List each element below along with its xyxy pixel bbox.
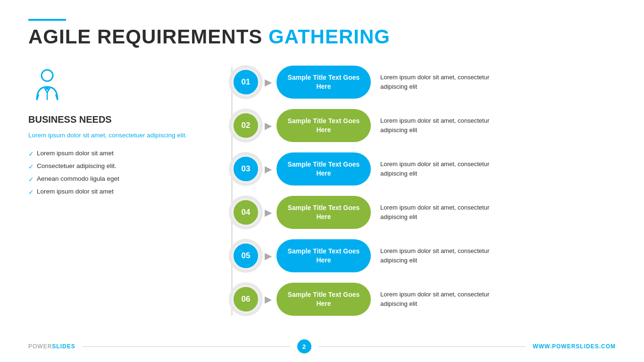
checklist: ✓ Lorem ipsum dolor sit amet ✓ Consectet… xyxy=(28,150,189,196)
step-arrow-icon: ▶ xyxy=(265,250,272,261)
slide: AGILE REQUIREMENTS GATHERING xyxy=(0,0,644,362)
step-number-03: 03 xyxy=(232,155,260,183)
step-desc-04: Lorem ipsum dolor sit amet, consectetura… xyxy=(380,203,489,221)
step-bubble-06: Sample Title Text Goes Here xyxy=(276,283,371,316)
step-bubble-text-05: Sample Title Text Goes Here xyxy=(286,247,361,264)
step-arrow-icon: ▶ xyxy=(265,294,272,305)
step-bubble-text-02: Sample Title Text Goes Here xyxy=(286,117,361,134)
step-bubble-01: Sample Title Text Goes Here xyxy=(276,66,371,99)
step-number-05: 05 xyxy=(232,242,260,270)
step-bubble-05: Sample Title Text Goes Here xyxy=(276,239,371,272)
step-number-01: 01 xyxy=(232,68,260,96)
step-arrow-icon: ▶ xyxy=(265,120,272,131)
footer-page-number: 2 xyxy=(297,339,311,354)
right-panel: 01▶Sample Title Text Goes HereLorem ipsu… xyxy=(189,58,616,325)
header-accent-line xyxy=(28,19,66,21)
list-item-text: Consectetuer adipiscing elit. xyxy=(37,162,117,169)
check-icon: ✓ xyxy=(28,163,34,170)
steps-container: 01▶Sample Title Text Goes HereLorem ipsu… xyxy=(203,61,616,322)
svg-point-0 xyxy=(42,70,53,81)
step-bubble-02: Sample Title Text Goes Here xyxy=(276,109,371,142)
check-icon: ✓ xyxy=(28,176,34,183)
check-icon: ✓ xyxy=(28,188,34,196)
step-row: 05▶Sample Title Text Goes HereLorem ipsu… xyxy=(203,235,616,277)
list-item: ✓ Consectetuer adipiscing elit. xyxy=(28,162,189,170)
step-desc-02: Lorem ipsum dolor sit amet, consectetura… xyxy=(380,116,489,135)
svg-rect-1 xyxy=(46,87,49,90)
footer: POWERSLIDES 2 WWW.POWERSLIDES.COM xyxy=(28,339,616,354)
step-bubble-text-06: Sample Title Text Goes Here xyxy=(286,290,361,307)
main-content: BUSINESS NEEDS Lorem ipsum dolor sit ame… xyxy=(28,58,616,325)
step-desc-01: Lorem ipsum dolor sit amet, consectetura… xyxy=(380,73,489,91)
business-needs-heading: BUSINESS NEEDS xyxy=(28,114,189,125)
step-bubble-text-04: Sample Title Text Goes Here xyxy=(286,203,361,220)
step-bubble-04: Sample Title Text Goes Here xyxy=(276,196,371,229)
step-number-04: 04 xyxy=(232,198,260,227)
list-item-text: Lorem ipsum dolor sit amet xyxy=(37,188,114,195)
step-bubble-text-01: Sample Title Text Goes Here xyxy=(286,73,361,90)
title-blue: GATHERING xyxy=(268,25,390,48)
list-item: ✓ Aenean commodo ligula eget xyxy=(28,175,189,183)
footer-brand-highlight: SLIDES xyxy=(52,343,75,350)
step-desc-06: Lorem ipsum dolor sit amet, consectetura… xyxy=(380,290,489,308)
footer-line-right xyxy=(318,346,526,347)
step-row: 06▶Sample Title Text Goes HereLorem ipsu… xyxy=(203,278,616,320)
step-desc-05: Lorem ipsum dolor sit amet, consectetura… xyxy=(380,246,489,265)
list-item: ✓ Lorem ipsum dolor sit amet xyxy=(28,188,189,196)
footer-brand-right: WWW.POWERSLIDES.COM xyxy=(533,343,616,350)
list-item-text: Aenean commodo ligula eget xyxy=(37,175,119,182)
step-row: 04▶Sample Title Text Goes HereLorem ipsu… xyxy=(203,192,616,233)
footer-line-left xyxy=(83,346,290,347)
left-panel: BUSINESS NEEDS Lorem ipsum dolor sit ame… xyxy=(28,58,189,325)
list-item: ✓ Lorem ipsum dolor sit amet xyxy=(28,150,189,158)
page-title: AGILE REQUIREMENTS GATHERING xyxy=(28,25,616,48)
footer-brand-left: POWERSLIDES xyxy=(28,343,75,350)
list-item-text: Lorem ipsum dolor sit amet xyxy=(37,150,114,157)
step-arrow-icon: ▶ xyxy=(265,163,272,175)
business-needs-description: Lorem ipsum dolor sit amet, consectetuer… xyxy=(28,131,189,140)
step-number-06: 06 xyxy=(232,285,260,313)
step-arrow-icon: ▶ xyxy=(265,207,272,218)
step-row: 03▶Sample Title Text Goes HereLorem ipsu… xyxy=(203,148,616,190)
step-desc-03: Lorem ipsum dolor sit amet, consectetura… xyxy=(380,160,489,178)
title-black: AGILE REQUIREMENTS xyxy=(28,25,262,48)
step-row: 01▶Sample Title Text Goes HereLorem ipsu… xyxy=(203,61,616,103)
check-icon: ✓ xyxy=(28,150,34,158)
person-icon xyxy=(28,67,66,105)
step-arrow-icon: ▶ xyxy=(265,76,272,88)
step-row: 02▶Sample Title Text Goes HereLorem ipsu… xyxy=(203,105,616,146)
step-bubble-text-03: Sample Title Text Goes Here xyxy=(286,160,361,177)
step-number-02: 02 xyxy=(232,111,260,140)
step-bubble-03: Sample Title Text Goes Here xyxy=(276,152,371,185)
